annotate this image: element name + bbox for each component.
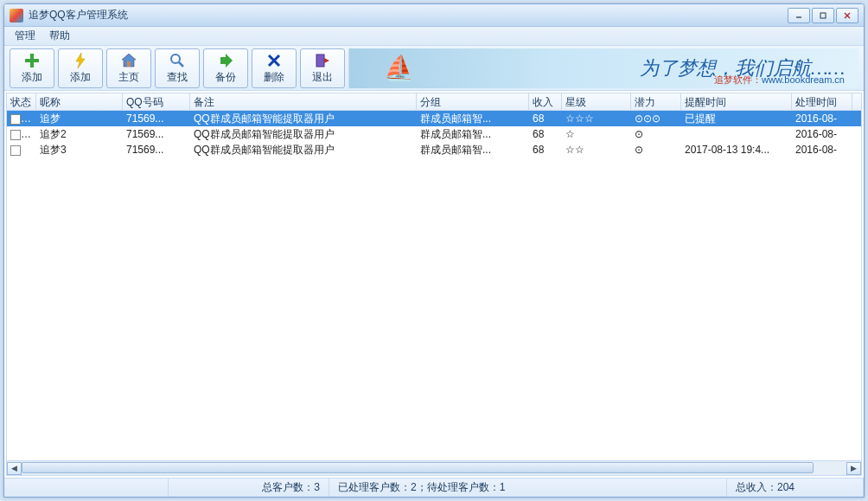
status-spacer [4,479,169,497]
col-nick[interactable]: 昵称 [36,93,123,110]
toolbar-label: 添加 [70,70,91,85]
col-remind[interactable]: 提醒时间 [681,93,792,110]
row-checkbox[interactable] [10,130,21,140]
table-row[interactable]: ✓追梦271569...QQ群成员邮箱智能提取器用户群成员邮箱智...68☆⊙2… [7,126,861,142]
menu-help[interactable]: 帮助 [42,27,77,45]
col-note[interactable]: 备注 [190,93,417,110]
status-processed: 已处理客户数：2；待处理客户数：1 [329,479,727,497]
toolbar: 添加 添加 主页 查找 备份 删除 退出 ⛵ 为了梦想，我们启航…… [4,46,864,91]
row-checkbox[interactable] [10,114,21,125]
close-button[interactable] [836,8,858,23]
col-pot[interactable]: 潜力 [631,93,681,110]
banner-company: 追梦软件： [714,74,762,85]
window-title: 追梦QQ客户管理系统 [29,8,788,22]
toolbar-exit-button[interactable]: 退出 [300,48,345,88]
app-icon [10,9,23,22]
scroll-left-arrow[interactable]: ◀ [7,462,22,475]
toolbar-search-button[interactable]: 查找 [155,48,200,88]
row-checkbox[interactable] [10,145,21,156]
backup-icon [217,51,234,70]
window-controls [788,8,858,23]
svg-rect-5 [25,59,39,62]
delete-icon [266,51,282,70]
toolbar-label: 删除 [264,70,284,85]
col-income[interactable]: 收入 [529,93,562,110]
menubar: 管理 帮助 [4,27,864,46]
toolbar-label: 备份 [215,70,236,85]
col-group[interactable]: 分组 [417,93,529,110]
home-icon [120,51,137,70]
banner-url[interactable]: www.bookdream.cn [762,74,845,85]
col-qq[interactable]: QQ号码 [123,93,190,110]
banner: ⛵ 为了梦想，我们启航…… 追梦软件：www.bookdream.cn [348,48,858,88]
plus-icon [23,51,41,70]
toolbar-add-button[interactable]: 添加 [10,48,54,88]
toolbar-label: 查找 [167,70,188,85]
exit-icon [314,51,331,70]
scroll-right-arrow[interactable]: ▶ [846,462,861,475]
svg-line-10 [179,62,183,67]
toolbar-label: 主页 [118,70,139,85]
svg-marker-6 [76,53,85,68]
toolbar-label: 退出 [312,70,333,85]
statusbar: 总客户数：3 已处理客户数：2；待处理客户数：1 总收入：204 [4,478,864,497]
col-process[interactable]: 处理时间 [792,93,852,110]
search-icon [169,51,186,70]
table-row[interactable]: 追梦371569...QQ群成员邮箱智能提取器用户群成员邮箱智...68☆☆⊙2… [7,142,861,157]
table-row[interactable]: ✓追梦71569...QQ群成员邮箱智能提取器用户群成员邮箱智...68☆☆☆⊙… [7,111,861,126]
grid-header: 状态 昵称 QQ号码 备注 分组 收入 星级 潜力 提醒时间 处理时间 [7,93,861,111]
toolbar-backup-button[interactable]: 备份 [203,48,248,88]
main-window: 追梦QQ客户管理系统 管理 帮助 添加 添加 主页 查找 备份 [3,3,865,498]
col-star[interactable]: 星级 [562,93,631,110]
ship-icon: ⛵ [384,54,414,82]
scroll-track[interactable] [22,462,846,475]
titlebar[interactable]: 追梦QQ客户管理系统 [4,4,864,27]
toolbar-add2-button[interactable]: 添加 [58,48,103,88]
maximize-button[interactable] [812,8,834,23]
svg-marker-14 [324,58,329,63]
horizontal-scrollbar[interactable]: ◀ ▶ [7,460,861,475]
lightning-icon [73,51,88,70]
svg-rect-13 [316,55,324,67]
toolbar-delete-button[interactable]: 删除 [252,48,297,88]
banner-subtitle: 追梦软件：www.bookdream.cn [714,74,845,87]
status-total: 总客户数：3 [169,479,329,497]
svg-point-9 [171,55,180,63]
status-income: 总收入：204 [727,479,864,497]
scroll-thumb[interactable] [22,462,814,473]
menu-manage[interactable]: 管理 [8,27,42,45]
svg-rect-1 [820,13,826,18]
grid-body[interactable]: ✓追梦71569...QQ群成员邮箱智能提取器用户群成员邮箱智...68☆☆☆⊙… [7,111,861,460]
svg-rect-8 [127,61,131,67]
data-grid: 状态 昵称 QQ号码 备注 分组 收入 星级 潜力 提醒时间 处理时间 ✓追梦7… [6,93,862,476]
minimize-button[interactable] [788,8,810,23]
toolbar-label: 添加 [22,70,42,85]
toolbar-home-button[interactable]: 主页 [106,48,151,88]
col-status[interactable]: 状态 [7,93,36,110]
